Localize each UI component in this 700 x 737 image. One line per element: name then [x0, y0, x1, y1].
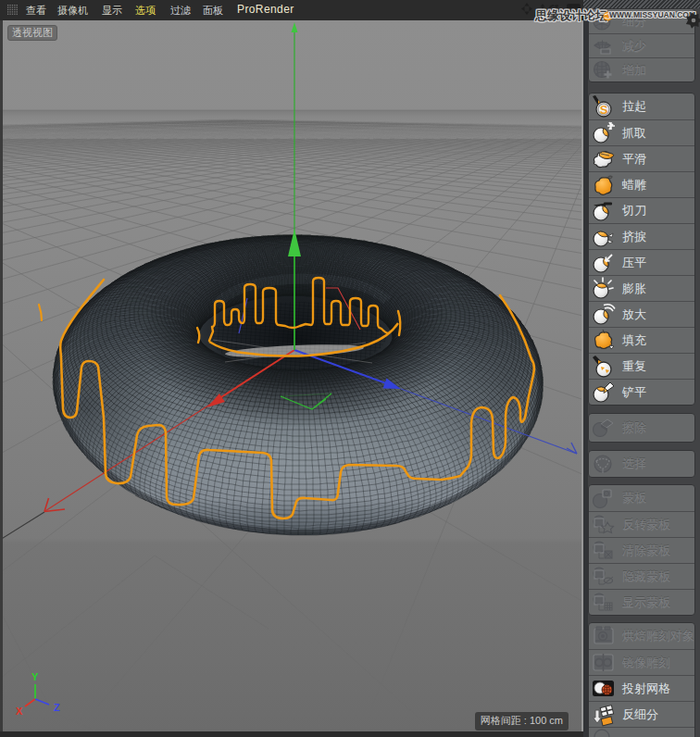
svg-text:S: S [600, 103, 608, 117]
svg-text:X: X [16, 706, 23, 717]
svg-text:Y: Y [31, 671, 39, 682]
svg-text:Z: Z [54, 702, 60, 713]
